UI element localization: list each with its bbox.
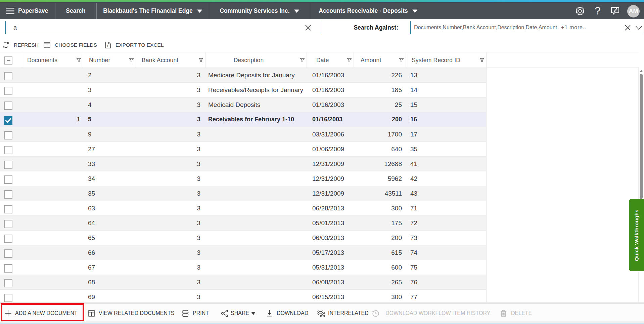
svg-text:x: x <box>107 44 108 48</box>
